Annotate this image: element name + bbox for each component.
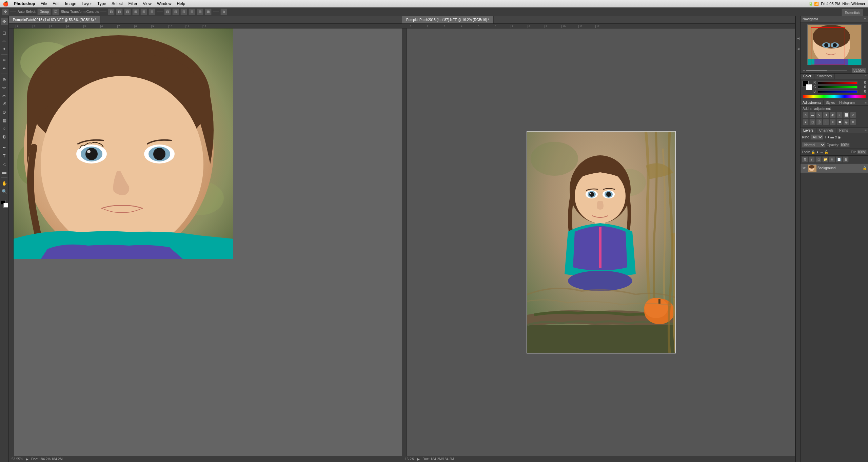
left-canvas[interactable] [14,28,402,456]
spot-heal-tool[interactable]: ⊕ [1,76,8,83]
align-middle-btn[interactable]: ⊞ [140,8,147,15]
adj-bw-btn[interactable]: ⟳ [850,112,856,118]
new-group-btn[interactable]: 📁 [822,156,828,162]
collapse-icon-2[interactable]: ◀ [796,47,800,51]
green-slider-track[interactable] [818,86,857,89]
tab-swatches[interactable]: Swatches [814,74,835,79]
distribute-top-btn[interactable]: ⊞ [189,8,195,15]
fill-input[interactable] [857,150,867,154]
blue-slider-track[interactable] [818,90,857,93]
left-doc-tab[interactable]: PumpkinPatch2015 (4 of 87).NEF @ 53.5% (… [9,16,100,23]
menu-photoshop[interactable]: Photoshop [11,0,38,7]
new-layer-btn[interactable]: 📄 [836,156,842,162]
adj-hsl-btn[interactable]: ≈ [836,112,843,118]
right-canvas[interactable] [407,28,795,456]
move-tool[interactable]: ✥ [1,18,8,25]
menu-image[interactable]: Image [62,0,79,7]
layers-panel-menu[interactable]: ≡ [863,128,868,133]
show-transform-check[interactable]: ☑ [52,8,59,15]
menu-type[interactable]: Type [95,0,109,7]
adj-exposure-btn[interactable]: ◑ [823,112,829,118]
adj-brightness-btn[interactable]: ☀ [803,112,809,118]
delete-layer-btn[interactable]: 🗑 [843,156,849,162]
add-mask-btn[interactable]: ◻ [815,156,822,162]
adj-colorbalance-btn[interactable]: ⬜ [843,112,849,118]
arrange-btn[interactable]: ⊕ [220,8,227,15]
align-center-btn[interactable]: ⊟ [116,8,123,15]
adj-panel-menu[interactable]: ≡ [863,100,868,105]
distribute-center-btn[interactable]: ⊟ [172,8,179,15]
new-adj-layer-btn[interactable]: ⊕ [829,156,835,162]
adj-color-lookup-btn[interactable]: Ⓑ [816,119,822,125]
lock-icon-1[interactable]: 🔒 [811,150,815,154]
lasso-tool[interactable]: ⌯ [1,37,8,44]
menu-view[interactable]: View [140,0,154,7]
menu-help[interactable]: Help [174,0,188,7]
tab-histogram[interactable]: Histogram [837,100,857,105]
tab-channels[interactable]: Channels [816,128,836,133]
menu-filter[interactable]: Filter [125,0,140,7]
color-panel-menu[interactable]: ≡ [863,74,868,79]
menu-layer[interactable]: Layer [79,0,95,7]
move-tool-icon[interactable]: ✥ [2,8,9,15]
adj-gradient-map-btn[interactable]: ◒ [843,119,849,125]
opacity-input[interactable] [840,143,850,147]
tab-layers[interactable]: Layers [801,128,816,133]
zoom-plus-icon[interactable]: + [849,68,851,73]
distribute-middle-btn[interactable]: ⊞ [197,8,203,15]
blur-tool[interactable]: ○ [1,124,8,132]
align-top-btn[interactable]: ⊞ [132,8,139,15]
navigator-zoom-slider[interactable] [806,70,847,71]
bg-swatch[interactable] [806,84,812,90]
history-brush-tool[interactable]: ↺ [1,100,8,108]
filter-shape-icon[interactable]: ▬ [830,135,834,139]
add-style-btn[interactable]: ƒ [809,156,815,162]
distribute-bottom-btn[interactable]: ⊞ [205,8,212,15]
adj-photo-filter-btn[interactable]: ♦ [803,119,809,125]
lock-icon-4[interactable]: 🔓 [824,150,828,154]
adj-threshold-btn[interactable]: 🔲 [836,119,843,125]
kind-filter-select[interactable]: All [810,134,823,140]
hand-tool[interactable]: ✋ [1,179,8,187]
align-right-btn[interactable]: ⊟ [124,8,131,15]
shapes-tool[interactable]: ▬ [1,168,8,176]
menu-window[interactable]: Window [154,0,174,7]
adj-posterize-btn[interactable]: ≡ [830,119,836,125]
essentials-button[interactable]: Essentials [842,9,863,16]
zoom-minus-icon[interactable]: − [803,68,805,73]
filter-pixel-icon[interactable]: T [824,135,826,139]
tab-paths[interactable]: Paths [836,128,851,133]
lock-icon-3[interactable]: ↔ [820,150,823,154]
color-swatches-display[interactable] [803,81,812,90]
tab-adjustments[interactable]: Adjustments [801,100,824,105]
align-bottom-btn[interactable]: ⊞ [149,8,155,15]
navigator-zoom-input[interactable]: 53.55% [852,68,866,73]
path-select-tool[interactable]: ◁ [1,160,8,168]
filter-toggle-icon[interactable]: ◉ [838,135,841,139]
eraser-tool[interactable]: ⊘ [1,108,8,116]
brush-tool[interactable]: ✏ [1,84,8,91]
rectangular-marquee-tool[interactable]: ◻ [1,29,8,36]
pen-tool[interactable]: ✒ [1,144,8,151]
filter-type-icon[interactable]: ✦ [827,135,830,139]
menu-edit[interactable]: Edit [50,0,62,7]
tab-styles[interactable]: Styles [824,100,837,105]
layer-visibility-toggle[interactable]: 👁 [802,166,807,171]
blend-mode-select[interactable]: Normal [802,142,826,148]
quick-select-tool[interactable]: ✦ [1,45,8,53]
layer-background[interactable]: 👁 Background 🔒 [801,163,868,173]
adj-vibrance-btn[interactable]: ◐ [830,112,836,118]
distribute-right-btn[interactable]: ⊟ [180,8,187,15]
adj-invert-btn[interactable]: ↕ [823,119,829,125]
adj-levels-btn[interactable]: ▬ [809,112,815,118]
align-left-btn[interactable]: ⊟ [108,8,115,15]
color-spectrum-bar[interactable] [803,95,866,98]
panels-collapse-bar[interactable]: ◀ ◀ [795,16,800,462]
type-tool[interactable]: T [1,152,8,159]
collapse-icon-1[interactable]: ◀ [796,37,800,40]
link-layers-btn[interactable]: ⛓ [802,156,808,162]
adj-selective-color-btn[interactable]: ⚙ [850,119,856,125]
auto-select-dropdown[interactable]: Group [37,8,51,15]
gradient-tool[interactable]: ▦ [1,116,8,124]
color-selector[interactable] [1,200,8,208]
